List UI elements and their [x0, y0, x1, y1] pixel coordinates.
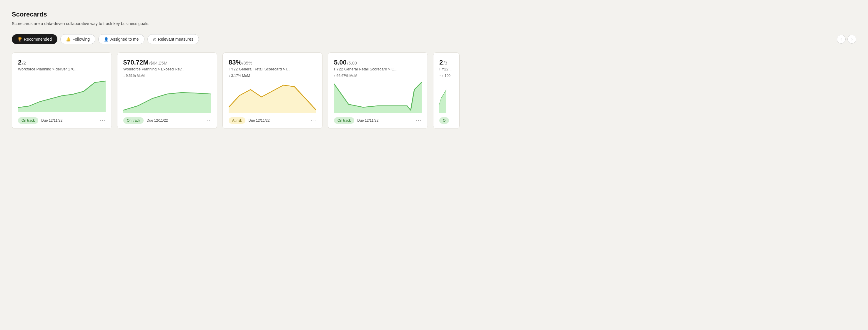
scorecard-card-3[interactable]: 83%/85%FY22 General Retail Scorecard > I… — [222, 52, 322, 129]
card-value-sub: /85% — [242, 60, 252, 65]
cards-row: 2/2Workforce Planning > deliver 170...On… — [12, 52, 856, 129]
card-value-sub: /$64.25M — [149, 60, 168, 65]
card-mom: ↑ ↑ 100 — [439, 74, 454, 78]
card-chart — [18, 80, 105, 112]
card-mom: ↓ 3.17% MoM — [228, 74, 316, 78]
card-label: FY22... — [439, 67, 454, 71]
status-badge: On track — [123, 117, 144, 124]
status-badge-partial: O — [439, 117, 449, 124]
svg-marker-3 — [334, 82, 422, 113]
mom-arrow-icon: ↑ — [334, 74, 336, 78]
more-options-button[interactable]: ··· — [311, 118, 316, 123]
card-chart — [228, 81, 316, 113]
scorecard-card-4[interactable]: 5.00/5.00FY22 General Retail Scorecard >… — [328, 52, 428, 129]
nav-next-button[interactable]: › — [847, 35, 856, 44]
card-label: FY22 General Retail Scorecard > I... — [228, 67, 316, 71]
card-value-row: 2/2 — [18, 59, 105, 66]
card-footer: At riskDue 12/11/22··· — [228, 117, 316, 124]
card-mom: ↓ 9.51% MoM — [123, 74, 211, 78]
status-badge: At risk — [228, 117, 245, 124]
due-date: Due 12/11/22 — [41, 118, 62, 122]
mom-arrow-icon: ↑ — [439, 74, 441, 78]
tab-recommended[interactable]: 🏆Recommended — [12, 34, 57, 44]
svg-marker-2 — [228, 85, 316, 113]
relevant-icon: ◎ — [153, 37, 156, 42]
card-mom: ↑ 66.67% MoM — [334, 74, 422, 78]
page-subtitle: Scorecards are a data-driven collaborati… — [12, 21, 856, 26]
card-footer: On trackDue 12/11/22··· — [334, 117, 422, 124]
card-label: FY22 General Retail Scorecard > C... — [334, 67, 422, 71]
nav-prev-button[interactable]: ‹ — [837, 35, 846, 44]
tab-label: Relevant measures — [158, 37, 194, 42]
status-badge: On track — [18, 117, 38, 124]
card-value-sub: /3 — [443, 60, 447, 65]
tab-label: Recommended — [24, 37, 52, 42]
scorecard-card-5[interactable]: 2/3FY22...↑ ↑ 100O — [433, 52, 460, 129]
chart-svg — [18, 80, 105, 112]
assigned-icon: 👤 — [104, 37, 108, 42]
chart-svg — [334, 81, 422, 113]
scorecard-card-2[interactable]: $70.72M/$64.25MWorkforce Planning > Exce… — [117, 52, 217, 129]
card-value-main: 5.00 — [334, 59, 347, 66]
card-value-main: 2 — [439, 59, 443, 66]
card-value-main: 2 — [18, 59, 22, 66]
card-value-sub: /5.00 — [347, 60, 357, 65]
card-footer: On trackDue 12/11/22··· — [123, 117, 211, 124]
more-options-button[interactable]: ··· — [416, 118, 422, 123]
page-title: Scorecards — [12, 10, 856, 18]
scorecard-card-1[interactable]: 2/2Workforce Planning > deliver 170...On… — [12, 52, 112, 129]
chart-svg — [123, 81, 211, 113]
svg-marker-4 — [439, 89, 446, 113]
card-footer: On trackDue 12/11/22··· — [18, 117, 105, 124]
mom-arrow-icon: ↓ — [228, 74, 230, 78]
card-label: Workforce Planning > deliver 170... — [18, 67, 105, 71]
chart-svg — [439, 81, 454, 113]
more-options-button[interactable]: ··· — [100, 118, 105, 123]
card-value-main: $70.72M — [123, 59, 149, 66]
card-chart — [123, 81, 211, 113]
nav-arrows: ‹ › — [837, 35, 856, 44]
due-date: Due 12/11/22 — [248, 118, 270, 122]
status-badge: On track — [334, 117, 354, 124]
mom-arrow-icon: ↓ — [123, 74, 125, 78]
card-label: Workforce Planning > Exceed Rev... — [123, 67, 211, 71]
tab-label: Assigned to me — [110, 37, 139, 42]
card-chart — [439, 81, 454, 113]
card-chart — [334, 81, 422, 113]
card-footer-partial: O — [439, 117, 454, 124]
tab-assigned[interactable]: 👤Assigned to me — [98, 34, 145, 44]
svg-marker-1 — [123, 92, 211, 113]
tab-label: Following — [72, 37, 90, 42]
following-icon: 🔔 — [66, 37, 71, 42]
tab-relevant[interactable]: ◎Relevant measures — [147, 34, 199, 44]
recommended-icon: 🏆 — [18, 37, 22, 42]
card-value-main: 83% — [228, 59, 242, 66]
card-value-row: 5.00/5.00 — [334, 59, 422, 66]
chart-svg — [228, 81, 316, 113]
svg-marker-0 — [18, 81, 105, 112]
card-value-row: 2/3 — [439, 59, 454, 66]
card-value-sub: /2 — [22, 60, 26, 65]
due-date: Due 12/11/22 — [357, 118, 378, 122]
card-value-row: 83%/85% — [228, 59, 316, 66]
tab-bar: 🏆Recommended🔔Following👤Assigned to me◎Re… — [12, 34, 856, 44]
due-date: Due 12/11/22 — [147, 118, 168, 122]
more-options-button[interactable]: ··· — [206, 118, 211, 123]
tab-following[interactable]: 🔔Following — [60, 34, 95, 44]
card-value-row: $70.72M/$64.25M — [123, 59, 211, 66]
